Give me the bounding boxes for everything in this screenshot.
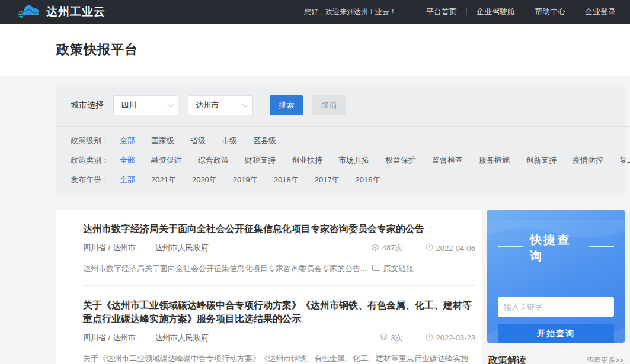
clock-icon	[426, 333, 433, 343]
policy-reading-header: 政策解读 查看更多>>	[487, 355, 625, 364]
category-option[interactable]: 监督检查	[432, 155, 463, 166]
year-option[interactable]: 2018年	[274, 175, 299, 185]
province-select[interactable]: 四川	[113, 95, 178, 115]
publish-year-label: 发布年份：	[71, 175, 109, 185]
nav-enterprise-login[interactable]: 企业登录	[575, 7, 625, 17]
views-icon	[379, 333, 388, 342]
views-icon	[371, 244, 379, 253]
publish-year-row: 发布年份： 全部 2021年 2020年 2019年 2018年 2017年 2…	[71, 175, 610, 185]
publish-date: 2022-04-06	[436, 244, 476, 253]
policy-source: 达州市人民政府	[155, 243, 209, 253]
sidebar: 快捷查询 开始查询 政策解读 查看更多>>	[487, 210, 625, 364]
top-nav: 平台首页 企业驾驶舱 帮助中心 企业登录	[417, 7, 625, 17]
start-query-button[interactable]: 开始查询	[498, 324, 614, 343]
keyword-input[interactable]	[498, 297, 614, 317]
category-option[interactable]: 创新支持	[526, 155, 557, 166]
category-option[interactable]: 服务措施	[479, 155, 510, 166]
policy-category-label: 政策类别：	[71, 155, 109, 166]
policy-source: 达州市人民政府	[155, 333, 209, 343]
level-option-province[interactable]: 省级	[190, 136, 206, 146]
original-link[interactable]: 原文链接	[372, 262, 414, 275]
policy-summary: 关于《达州市工业领域碳达峰碳中合专项行动方案》《达州市钢铁、有色金属、化工、建材…	[83, 354, 468, 364]
policy-level-label: 政策级别：	[71, 136, 109, 146]
policy-summary: 达州市数字经济局关于面向全社会公开征集信息化项目专家咨询委员会专家的公告...	[83, 264, 367, 273]
nav-help-center[interactable]: 帮助中心	[525, 7, 575, 17]
city-select-value: 达州市	[196, 100, 219, 111]
category-option[interactable]: 创业扶持	[292, 155, 322, 166]
city-select[interactable]: 达州市	[188, 95, 253, 115]
quick-query-card: 快捷查询 开始查询	[487, 210, 625, 343]
search-button[interactable]: 搜索	[270, 95, 303, 115]
title-decoration-line	[498, 246, 523, 250]
link-icon	[372, 262, 380, 275]
province-select-value: 四川	[121, 100, 136, 111]
year-option[interactable]: 2017年	[315, 175, 340, 185]
filter-divider	[56, 126, 630, 127]
category-option[interactable]: 财税支持	[245, 155, 276, 166]
view-count: 3次	[391, 333, 402, 343]
level-option-national[interactable]: 国家级	[151, 136, 174, 146]
cloud-gear-logo-icon	[17, 2, 41, 21]
category-option[interactable]: 融资促进	[151, 155, 182, 166]
welcome-text: 您好，欢迎来到达州工业云！	[304, 7, 396, 17]
policy-region: 四川省 / 达州市	[83, 243, 136, 253]
category-option[interactable]: 复工复产	[619, 155, 630, 166]
cancel-button[interactable]: 取消	[312, 95, 346, 115]
clock-icon	[426, 243, 433, 253]
chevron-down-icon	[167, 101, 174, 107]
year-option[interactable]: 2020年	[192, 175, 217, 185]
year-option[interactable]: 2019年	[233, 175, 258, 185]
title-band: 政策快报平台	[0, 24, 630, 76]
policy-title[interactable]: 关于《达州市工业领域碳达峰碳中合专项行动方案》《达州市钢铁、有色金属、化工、建材…	[83, 298, 475, 326]
category-option[interactable]: 疫情防控	[573, 155, 603, 166]
original-link-label: 原文链接	[383, 262, 414, 275]
year-option[interactable]: 全部	[120, 175, 135, 185]
year-option[interactable]: 2021年	[151, 175, 176, 185]
top-bar: 达州工业云 您好，欢迎来到达州工业云！ 平台首页 企业驾驶舱 帮助中心 企业登录	[0, 0, 630, 24]
category-option[interactable]: 综合政策	[198, 155, 229, 166]
brand-logo[interactable]: 达州工业云	[17, 2, 105, 21]
policy-item: 达州市数字经济局关于面向全社会公开征集信息化项目专家咨询委员会专家的公告 四川省…	[83, 210, 475, 286]
publish-date: 2022-03-23	[436, 333, 476, 342]
level-option-county[interactable]: 区县级	[253, 136, 276, 146]
nav-platform-home[interactable]: 平台首页	[417, 7, 466, 17]
view-count: 487次	[382, 243, 403, 253]
policy-category-row: 政策类别： 全部 融资促进 综合政策 财税支持 创业扶持 市场开拓 权益保护 监…	[71, 155, 610, 166]
nav-enterprise-cockpit[interactable]: 企业驾驶舱	[467, 7, 525, 17]
policy-list: 达州市数字经济局关于面向全社会公开征集信息化项目专家咨询委员会专家的公告 四川省…	[56, 210, 482, 364]
category-option[interactable]: 全部	[120, 155, 135, 166]
page-title: 政策快报平台	[56, 41, 138, 59]
year-option[interactable]: 2016年	[356, 175, 380, 185]
quick-query-title: 快捷查询	[530, 232, 582, 264]
level-option-city[interactable]: 市级	[222, 136, 237, 146]
policy-item: 关于《达州市工业领域碳达峰碳中合专项行动方案》《达州市钢铁、有色金属、化工、建材…	[83, 286, 475, 364]
brand-name: 达州工业云	[46, 4, 105, 20]
filter-panel: 城市选择 四川 达州市 搜索 取消 政策级别： 全部 国家级 省级 市级 区县级…	[56, 85, 625, 195]
view-more-link[interactable]: 查看更多>>	[587, 356, 623, 364]
policy-region: 四川省 / 达州市	[83, 333, 136, 343]
policy-reading-title: 政策解读	[488, 355, 526, 364]
chevron-down-icon	[242, 101, 248, 107]
title-decoration-line	[589, 246, 614, 250]
category-option[interactable]: 市场开拓	[338, 155, 369, 166]
policy-level-row: 政策级别： 全部 国家级 省级 市级 区县级	[71, 136, 610, 146]
city-select-label: 城市选择	[71, 100, 104, 111]
policy-title[interactable]: 达州市数字经济局关于面向全社会公开征集信息化项目专家咨询委员会专家的公告	[83, 222, 475, 236]
category-option[interactable]: 权益保护	[385, 155, 416, 166]
level-option-all[interactable]: 全部	[120, 136, 135, 146]
